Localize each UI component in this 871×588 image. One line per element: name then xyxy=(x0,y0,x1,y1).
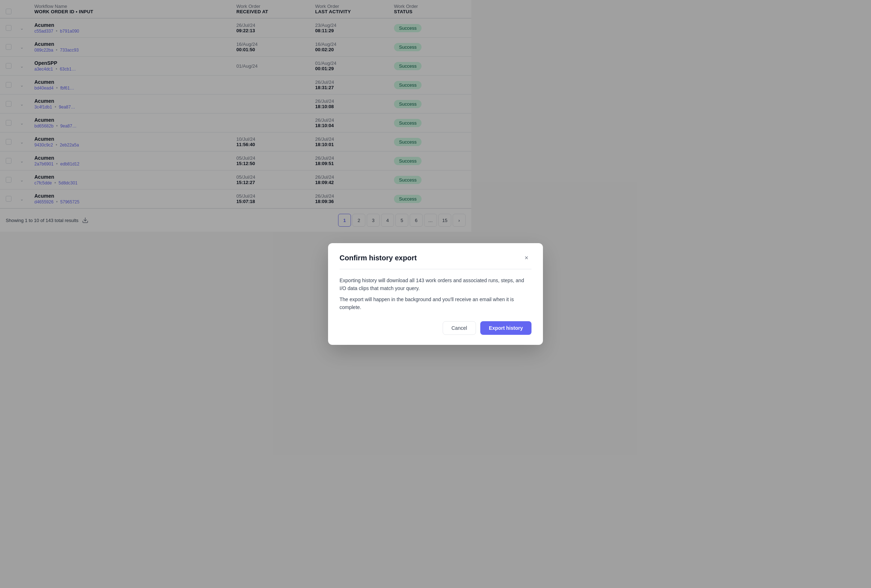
modal-header: Confirm history export × xyxy=(340,253,471,263)
modal-title: Confirm history export xyxy=(340,254,417,262)
modal-divider xyxy=(340,269,471,269)
confirm-export-modal: Confirm history export × Exporting histo… xyxy=(328,243,471,321)
modal-overlay: Confirm history export × Exporting histo… xyxy=(0,0,471,321)
modal-body: Exporting history will download all 143 … xyxy=(340,277,471,311)
modal-body-line2: The export will happen in the background… xyxy=(340,295,471,311)
modal-body-line1: Exporting history will download all 143 … xyxy=(340,277,471,293)
